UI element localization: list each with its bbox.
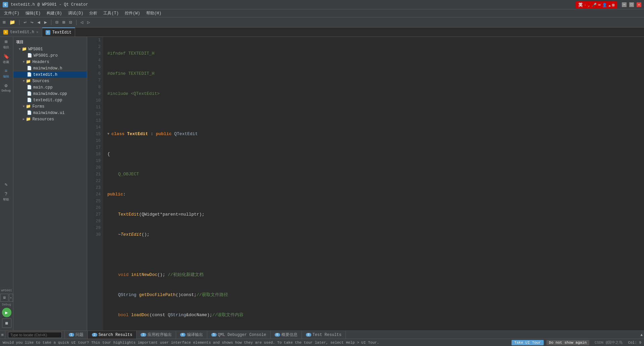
bottom-tab-summary[interactable]: 6 概要信息 bbox=[271, 331, 302, 339]
toolbar-undo[interactable]: ↩ bbox=[22, 19, 28, 26]
debug-run-area: 🖥 ▾ bbox=[0, 294, 13, 302]
tree-item-headers[interactable]: ▼ 📁 Headers bbox=[13, 59, 87, 65]
line-num-25: 25 bbox=[87, 198, 101, 205]
line-num-13: 13 bbox=[87, 117, 101, 124]
tree-item-textedit-cpp[interactable]: 📄 textedit.cpp bbox=[13, 97, 87, 103]
app-icon: Q bbox=[3, 2, 8, 7]
menu-controls[interactable]: 控件(W) bbox=[122, 10, 143, 17]
titlebar-right[interactable]: — □ ✕ bbox=[622, 2, 641, 7]
tree-item-forms[interactable]: ▼ 📁 Forms bbox=[13, 103, 87, 110]
menu-file[interactable]: 文件(F) bbox=[1, 10, 22, 17]
tree-item-resources[interactable]: ▶ 📁 Resources bbox=[13, 116, 87, 122]
code-lines[interactable]: #ifndef TEXTEDIT_H #define TEXTEDIT_H #i… bbox=[103, 37, 644, 331]
sidebar-icon-bookmarks[interactable]: 🔖 收藏 bbox=[0, 52, 12, 66]
ime-dot[interactable]: · bbox=[584, 3, 587, 8]
dismiss-tour-button[interactable]: Do not show again bbox=[546, 340, 589, 345]
line-num-14: 14 bbox=[87, 124, 101, 131]
bottom-tab-qml-debug[interactable]: 5 QML Debugger Console bbox=[207, 331, 271, 339]
cpp-icon-mainwindow: 📄 bbox=[27, 91, 32, 96]
device-btn[interactable]: 🖥 bbox=[0, 294, 8, 302]
sidebar-icon-debug[interactable]: ⚙ Debug bbox=[0, 81, 12, 95]
cpp-icon-textedit: 📄 bbox=[27, 98, 32, 103]
line-num-5: 5 bbox=[87, 64, 101, 70]
menu-tools[interactable]: 工具(T) bbox=[101, 10, 121, 17]
tab-label-textedit-h: textedit.h bbox=[10, 30, 34, 35]
tree-item-mainwindow-cpp[interactable]: 📄 mainwindow.cpp bbox=[13, 91, 87, 97]
tree-item-textedit-h[interactable]: 📄 textedit.h bbox=[13, 71, 87, 78]
stop-button[interactable]: ⏹ bbox=[2, 319, 11, 328]
ime-keyboard[interactable]: ⌨ bbox=[598, 3, 600, 8]
line-num-20: 20 bbox=[87, 164, 101, 171]
ime-mic[interactable]: 🎤 bbox=[592, 3, 597, 8]
minimize-button[interactable]: — bbox=[622, 2, 627, 7]
tab-textedit-h[interactable]: H textedit.h ✕ bbox=[0, 27, 42, 37]
line-num-18: 18 bbox=[87, 151, 101, 158]
close-button[interactable]: ✕ bbox=[637, 2, 641, 7]
bottom-tab-app-output[interactable]: 3 应用程序输出 bbox=[137, 331, 176, 339]
menu-build[interactable]: 构建(B) bbox=[44, 10, 65, 17]
toolbar-btn3[interactable]: ⊡ bbox=[68, 19, 73, 26]
chevron-headers: ▼ bbox=[23, 60, 24, 64]
toolbar-prev[interactable]: ◁ bbox=[79, 19, 85, 26]
ime-user[interactable]: 👤 bbox=[602, 3, 607, 8]
appout-badge: 3 bbox=[141, 333, 146, 337]
toolbar-btn2[interactable]: ⊞ bbox=[61, 19, 66, 26]
sidebar-label-bookmarks: 收藏 bbox=[3, 60, 9, 64]
toolbar-back[interactable]: ◀ bbox=[36, 19, 41, 26]
menu-debug[interactable]: 调试(D) bbox=[65, 10, 86, 17]
bottom-expand-icon[interactable]: ⊞ bbox=[1, 333, 4, 337]
line-num-26: 26 bbox=[87, 205, 101, 211]
sidebar-icon-project[interactable]: ⊞ 项目 bbox=[0, 37, 12, 52]
tree-item-mainwindow-h[interactable]: 📄 mainwindow.h bbox=[13, 65, 87, 71]
run-button[interactable]: ▶ bbox=[2, 308, 11, 317]
summary-label: 概要信息 bbox=[281, 332, 298, 338]
tab-close-h[interactable]: ✕ bbox=[36, 30, 39, 34]
fold-btn-5[interactable]: ▼ bbox=[107, 131, 111, 137]
toolbar-open[interactable]: 📁 bbox=[8, 19, 16, 26]
line-num-10: 10 bbox=[87, 97, 101, 104]
menu-edit[interactable]: 编辑(E) bbox=[23, 10, 44, 17]
line-num-30: 30 bbox=[87, 231, 101, 238]
tree-item-main-cpp[interactable]: 📄 main.cpp bbox=[13, 84, 87, 91]
bottom-tab-search-results[interactable]: 2 Search Results bbox=[88, 331, 137, 339]
test-badge: 8 bbox=[306, 333, 311, 337]
ime-comma[interactable]: , bbox=[588, 3, 590, 8]
menu-help[interactable]: 帮助(H) bbox=[144, 10, 164, 17]
sidebar-icon-help[interactable]: ? 帮助 bbox=[0, 189, 12, 204]
toolbar-btn1[interactable]: ⊟ bbox=[54, 19, 59, 26]
line-num-16: 16 bbox=[87, 137, 101, 144]
tab-textedit-class[interactable]: T TextEdit bbox=[42, 27, 75, 37]
code-editor[interactable]: 1 2 3 4 5 6 7 8 9 10 11 12 13 14 15 16 1… bbox=[87, 37, 644, 331]
tree-item-pro[interactable]: 📄 WPS001.pro bbox=[13, 52, 87, 59]
toolbar: ⊞ 📁 ↩ ↪ ◀ ▶ ⊟ ⊞ ⊡ ◁ ▷ bbox=[0, 17, 644, 27]
tree-item-mainwindow-ui[interactable]: 📄 mainwindow.ui bbox=[13, 110, 87, 116]
tree-item-sources[interactable]: ▼ 📁 Sources bbox=[13, 78, 87, 84]
bottom-left-controls: ⊞ bbox=[0, 331, 5, 339]
sidebar-icon-edit[interactable]: ≡ 编辑 bbox=[0, 66, 12, 81]
ime-grid[interactable]: ⊞ bbox=[612, 3, 614, 8]
bottom-tab-compile[interactable]: 4 编译输出 bbox=[176, 331, 207, 339]
compile-label: 编译输出 bbox=[187, 332, 203, 338]
locate-input[interactable] bbox=[8, 332, 62, 338]
toolbar-new[interactable]: ⊞ bbox=[1, 19, 7, 26]
folder-icon-forms: 📁 bbox=[26, 104, 31, 109]
search-input-area[interactable] bbox=[5, 331, 65, 339]
bottom-up-arrow[interactable]: ▲ bbox=[640, 333, 643, 337]
take-tour-button[interactable]: Take UI Tour bbox=[512, 340, 543, 345]
ime-lang[interactable]: 英 bbox=[578, 2, 583, 8]
device-expand-btn[interactable]: ▾ bbox=[9, 294, 13, 302]
ime-cloud[interactable]: ☁ bbox=[608, 3, 611, 8]
toolbar-fwd[interactable]: ▶ bbox=[43, 19, 48, 26]
menu-analyze[interactable]: 分析 bbox=[87, 10, 100, 17]
code-content[interactable]: 1 2 3 4 5 6 7 8 9 10 11 12 13 14 15 16 1… bbox=[87, 37, 644, 331]
toolbar-redo[interactable]: ↪ bbox=[29, 19, 35, 26]
bottom-tab-issues[interactable]: 1 问题 bbox=[65, 331, 88, 339]
toolbar-sep2 bbox=[51, 20, 51, 25]
tree-item-wps001[interactable]: ▼ 📁 WPS001 bbox=[13, 46, 87, 52]
debug-label: Debug bbox=[2, 303, 11, 306]
maximize-button[interactable]: □ bbox=[629, 2, 634, 7]
toolbar-next[interactable]: ▷ bbox=[86, 19, 91, 26]
sidebar-icon-pencil[interactable]: ✎ bbox=[0, 180, 12, 189]
bottom-tab-test[interactable]: 8 Test Results bbox=[302, 331, 346, 339]
file-tree: 项目 ▼ 📁 WPS001 📄 WPS001.pro ▼ 📁 Headers 📄… bbox=[13, 37, 87, 331]
